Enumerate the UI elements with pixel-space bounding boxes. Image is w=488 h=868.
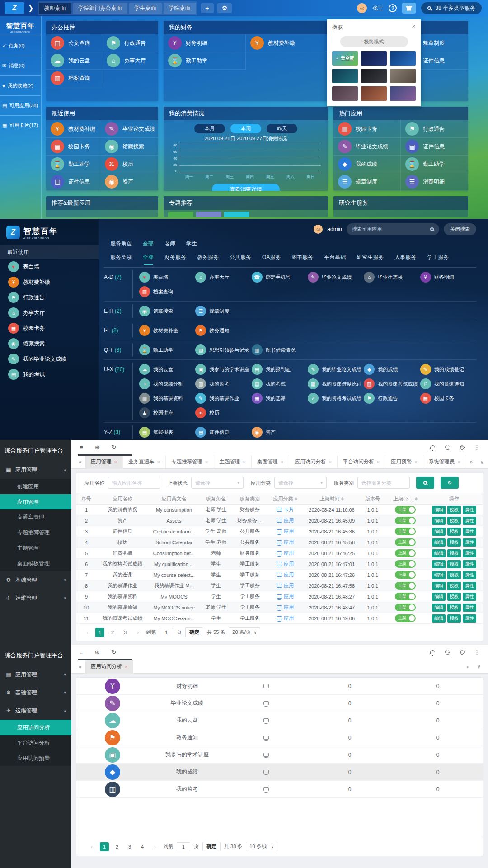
app-item[interactable]: ▤证件信息	[401, 138, 468, 156]
app-item[interactable]: ♥表白墙	[0, 259, 99, 274]
workspace-tab[interactable]: 业务直通车×	[123, 455, 166, 469]
confirm-button[interactable]: 确定	[185, 627, 203, 637]
page-number[interactable]: 1	[95, 628, 104, 637]
app-item[interactable]: ⌂办事大厅	[0, 305, 99, 321]
app-item[interactable]: ♟校园讲座	[139, 406, 195, 420]
table-row[interactable]: 4校历School Calendar学生,老师公共服务应用2020-08-21 …	[76, 537, 483, 548]
app-item[interactable]: ⚑教务通知	[195, 324, 251, 337]
add-desktop-button[interactable]: +	[201, 3, 214, 13]
close-icon[interactable]: ×	[412, 24, 416, 31]
action-button[interactable]: 授权	[447, 614, 461, 623]
skin-theme-thumb[interactable]	[332, 69, 358, 83]
submenu-item[interactable]: 专题推荐管理	[0, 525, 71, 540]
workspace-tab[interactable]: 应用访问分析×	[85, 660, 133, 674]
table-row[interactable]: 1我的消费情况My consumption老师,学生财务服务卡片2020-08-…	[76, 505, 483, 515]
action-button[interactable]: 编辑	[432, 549, 446, 557]
menu-item[interactable]: ✈运维管理▴	[0, 702, 71, 720]
action-button[interactable]: 授权	[447, 549, 461, 557]
table-row[interactable]: 6我的资格考试成绩My qualification ...学生学工服务应用202…	[76, 559, 483, 570]
app-item[interactable]: ✎毕业论文成绩	[333, 138, 401, 156]
filter-option[interactable]: 财务服务	[164, 254, 186, 261]
app-item[interactable]: ◉馆藏搜索	[100, 138, 158, 156]
publish-toggle[interactable]: 上架	[395, 528, 416, 535]
workspace-tab[interactable]: 应用管理×	[85, 455, 123, 469]
service-search[interactable]: 38 个多类型服务	[421, 2, 482, 14]
range-tab[interactable]: 本周	[230, 124, 261, 133]
app-item[interactable]: ¥教材费补缴	[0, 274, 99, 290]
action-button[interactable]: 属性	[463, 528, 476, 536]
app-item[interactable]: ☁我的云盘	[139, 363, 195, 376]
tabs-dropdown-icon[interactable]: ∨	[476, 459, 488, 465]
menu-item[interactable]: ▦应用管理▴	[0, 461, 71, 479]
filter-option[interactable]: 平台基础	[324, 254, 346, 261]
publish-toggle[interactable]: 上架	[395, 571, 416, 579]
app-item[interactable]: ✎我的毕业论文成绩	[308, 363, 364, 376]
filter-option[interactable]: 图书服务	[291, 254, 313, 261]
app-item[interactable]: ◆我的成绩	[364, 363, 420, 376]
close-tab-icon[interactable]: ×	[414, 459, 417, 465]
app-item[interactable]: ◑我的成绩分析	[139, 377, 195, 391]
filter-select[interactable]: 请选择▾	[191, 477, 244, 489]
filter-select[interactable]: 请选择▾	[274, 477, 327, 489]
workspace-tab[interactable]: 主题管理×	[214, 455, 252, 469]
action-button[interactable]: 编辑	[432, 593, 446, 601]
jump-page-input[interactable]: 1	[177, 842, 190, 851]
app-item[interactable]: ⌂办事大厅	[195, 270, 251, 284]
action-button[interactable]: 编辑	[432, 506, 446, 514]
analysis-row[interactable]: ◆我的成绩00	[76, 764, 483, 781]
desktop-tab[interactable]: 学院部门办公桌面	[73, 3, 127, 14]
action-button[interactable]: 授权	[447, 538, 461, 547]
page-number[interactable]: 3	[121, 628, 130, 637]
workspace-tab[interactable]: 应用访问分析×	[289, 455, 337, 469]
action-button[interactable]: 授权	[447, 517, 461, 525]
notifications-bell-icon[interactable]	[430, 650, 435, 654]
app-item[interactable]: ⌛勤工助学	[139, 343, 195, 357]
action-button[interactable]: 授权	[447, 582, 461, 590]
prev-page-button[interactable]: ‹	[87, 842, 96, 851]
more-options-icon[interactable]: ⋮	[474, 444, 480, 451]
app-item[interactable]: ¥教材费补缴	[46, 120, 100, 138]
menu-item[interactable]: ⚙基础管理▾	[0, 571, 71, 589]
submenu-item[interactable]: 平台访问分析	[0, 735, 71, 750]
action-button[interactable]: 授权	[447, 506, 461, 514]
action-button[interactable]: 编辑	[432, 604, 446, 612]
app-item[interactable]: ✎毕业论文成绩	[100, 120, 158, 138]
close-tab-icon[interactable]: ×	[457, 459, 460, 465]
filter-option[interactable]: 公共服务	[230, 254, 251, 261]
action-button[interactable]: 属性	[463, 593, 476, 601]
app-item[interactable]: ▥我的慕课资料	[139, 392, 195, 405]
desktop-tab[interactable]: 学生桌面	[129, 3, 162, 14]
action-button[interactable]: 属性	[463, 614, 476, 623]
action-button[interactable]: 属性	[463, 560, 476, 568]
filter-option[interactable]: 学工服务	[427, 254, 449, 261]
app-item[interactable]: ☰规章制度	[195, 304, 251, 318]
search-button[interactable]	[416, 477, 434, 489]
app-item[interactable]: ⚑行政通告	[364, 392, 420, 405]
menu-list-icon[interactable]: ≡	[80, 649, 83, 656]
app-item[interactable]: ▦校园卡务	[333, 120, 401, 138]
app-item[interactable]: ⚑行政通告	[401, 120, 468, 138]
publish-toggle[interactable]: 上架	[395, 517, 416, 524]
app-category-link[interactable]: 卡片	[267, 506, 303, 513]
app-item[interactable]: ¥财务明细	[164, 34, 246, 52]
filter-input[interactable]: 选择服务分类	[357, 477, 410, 489]
table-row[interactable]: 8我的慕课作业我的慕课作业 M...学生学工服务应用2020-08-21 16:…	[76, 580, 483, 591]
analysis-row[interactable]: ☁我的云盘00	[76, 712, 483, 729]
skin-theme-thumb[interactable]: ✓ 天空蓝	[332, 51, 358, 66]
app-item[interactable]: ▤我的报到证	[252, 363, 308, 376]
theme-palette-icon[interactable]	[445, 650, 450, 655]
submenu-item[interactable]: 创建应用	[0, 479, 71, 494]
filter-option[interactable]: 研究生服务	[357, 254, 384, 261]
app-item[interactable]: ◉资产	[100, 173, 158, 191]
next-page-button[interactable]: ›	[150, 842, 160, 851]
filter-option[interactable]: 人事服务	[394, 254, 416, 261]
sidebar-item[interactable]: ▤可用应用(38)	[0, 95, 41, 115]
table-row[interactable]: 10我的慕课通知My MOOCS notice老师,学生学工服务应用2020-0…	[76, 602, 483, 613]
action-button[interactable]: 编辑	[432, 517, 446, 525]
page-number[interactable]: 4	[138, 842, 147, 851]
skin-theme-thumb[interactable]	[332, 86, 358, 101]
admin-avatar[interactable]: ☺	[314, 225, 323, 234]
app-category-link[interactable]: 应用	[267, 615, 303, 622]
sidebar-item[interactable]: ✉消息(0)	[0, 56, 41, 75]
table-row[interactable]: 11我的慕课考试成绩My MOOC exam...学生学工服务应用2020-08…	[76, 613, 483, 624]
